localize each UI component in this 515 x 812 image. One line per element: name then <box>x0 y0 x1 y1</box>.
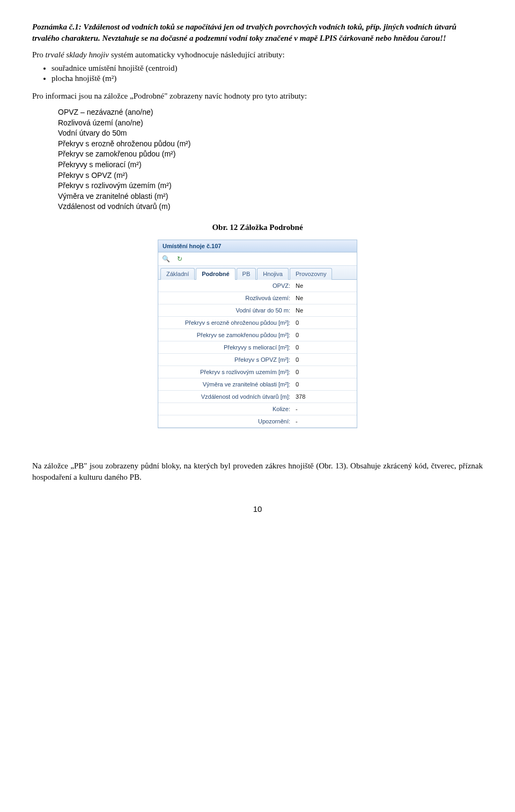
row-value: 0 <box>293 342 357 353</box>
row-label: Překryv s rozlivovým uzemím [m²]: <box>158 367 293 377</box>
row-label: Rozlivová území: <box>158 293 293 303</box>
attr-line: Rozlivová území (ano/ne) <box>58 118 483 129</box>
table-row: Překryv s erozně ohroženou půdou [m²]:0 <box>158 317 357 329</box>
attr-line: Vodní útvary do 50m <box>58 128 483 139</box>
table-row: Výměra ve zranitelné oblasti [m²]:0 <box>158 378 357 391</box>
attr-line: OPVZ – nezávazné (ano/ne) <box>58 107 483 118</box>
panel-toolbar: 🔍 ↻ <box>158 252 357 266</box>
tab-bar: Základní Podrobné PB Hnojiva Provozovny <box>158 266 357 280</box>
row-value: - <box>293 416 357 427</box>
tab-zakladni[interactable]: Základní <box>160 268 195 280</box>
panel-title: Umístění hnoje č.107 <box>158 240 357 252</box>
attr-line: Překryv s OPVZ (m²) <box>58 170 483 181</box>
row-value: Ne <box>293 280 357 291</box>
row-label: Překryvy s meliorací [m²]: <box>158 342 293 353</box>
page-number: 10 <box>32 504 483 513</box>
bullet-item: plocha hnojiště (m²) <box>52 74 483 83</box>
attr-line: Překryv se zamokřenou půdou (m²) <box>58 149 483 160</box>
row-label: Vodní útvar do 50 m: <box>158 305 293 316</box>
row-label: Překryv se zamokřenou půdou [m²]: <box>158 330 293 340</box>
row-label: Výměra ve zranitelné oblasti [m²]: <box>158 379 293 390</box>
table-row: Překryv se zamokřenou půdou [m²]:0 <box>158 329 357 341</box>
row-value: 378 <box>293 391 357 402</box>
attr-line: Překryv s rozlivovým územím (m²) <box>58 181 483 191</box>
row-value: 0 <box>293 330 357 340</box>
table-row: Překryv s OPVZ [m²]:0 <box>158 354 357 366</box>
row-label: Upozornění: <box>158 416 293 427</box>
table-row: Překryv s rozlivovým uzemím [m²]:0 <box>158 366 357 378</box>
table-row: Překryvy s meliorací [m²]:0 <box>158 341 357 354</box>
attr-line: Překryv s erozně ohroženou půdou (m²) <box>58 139 483 150</box>
row-value: 0 <box>293 354 357 365</box>
row-label: Vzdálenost od vodních útvarů [m]: <box>158 391 293 402</box>
table-row: Kolize:- <box>158 403 357 415</box>
row-value: 0 <box>293 317 357 328</box>
intro-paragraph: Pro trvalé sklady hnojiv systém automati… <box>32 50 483 59</box>
figure-caption: Obr. 12 Záložka Podrobné <box>32 223 483 232</box>
row-value: 0 <box>293 367 357 377</box>
row-label: Překryv s OPVZ [m²]: <box>158 354 293 365</box>
tab-pb[interactable]: PB <box>237 268 256 280</box>
refresh-icon[interactable]: ↻ <box>175 255 184 263</box>
table-row: Vzdálenost od vodních útvarů [m]:378 <box>158 391 357 403</box>
search-icon[interactable]: 🔍 <box>161 255 170 263</box>
intro-post: systém automaticky vyhodnocuje následují… <box>109 50 285 59</box>
bullet-list: souřadnice umístění hnojiště (centroid) … <box>32 64 483 83</box>
closing-paragraph: Na záložce „PB" jsou zobrazeny půdní blo… <box>32 460 483 483</box>
attr-line: Překryvy s meliorací (m²) <box>58 160 483 170</box>
attr-line: Výměra ve zranitelné oblasti (m²) <box>58 191 483 202</box>
tab-podrobne[interactable]: Podrobné <box>196 268 235 280</box>
detail-rows: OPVZ:Ne Rozlivová území:Ne Vodní útvar d… <box>158 280 357 428</box>
details-panel: Umístění hnoje č.107 🔍 ↻ Základní Podrob… <box>158 240 357 428</box>
note-paragraph: Poznámka č.1: Vzdálenost od vodních toků… <box>32 21 483 44</box>
intro-italic: trvalé sklady hnojiv <box>46 50 109 59</box>
table-row: OPVZ:Ne <box>158 280 357 292</box>
table-row: Rozlivová území:Ne <box>158 292 357 304</box>
table-row: Vodní útvar do 50 m:Ne <box>158 304 357 317</box>
row-label: Kolize: <box>158 404 293 414</box>
intro-pre: Pro <box>32 50 46 59</box>
attrs-intro: Pro informaci jsou na záložce „Podrobné"… <box>32 91 483 102</box>
bullet-item: souřadnice umístění hnojiště (centroid) <box>52 64 483 73</box>
row-label: OPVZ: <box>158 280 293 291</box>
row-value: Ne <box>293 293 357 303</box>
table-row: Upozornění:- <box>158 415 357 428</box>
row-label: Překryv s erozně ohroženou půdou [m²]: <box>158 317 293 328</box>
attr-line: Vzdálenost od vodních útvarů (m) <box>58 202 483 212</box>
row-value: - <box>293 404 357 414</box>
attrs-block: OPVZ – nezávazné (ano/ne) Rozlivová územ… <box>58 107 483 212</box>
tab-hnojiva[interactable]: Hnojiva <box>257 268 289 280</box>
tab-provozovny[interactable]: Provozovny <box>290 268 332 280</box>
row-value: Ne <box>293 305 357 316</box>
row-value: 0 <box>293 379 357 390</box>
